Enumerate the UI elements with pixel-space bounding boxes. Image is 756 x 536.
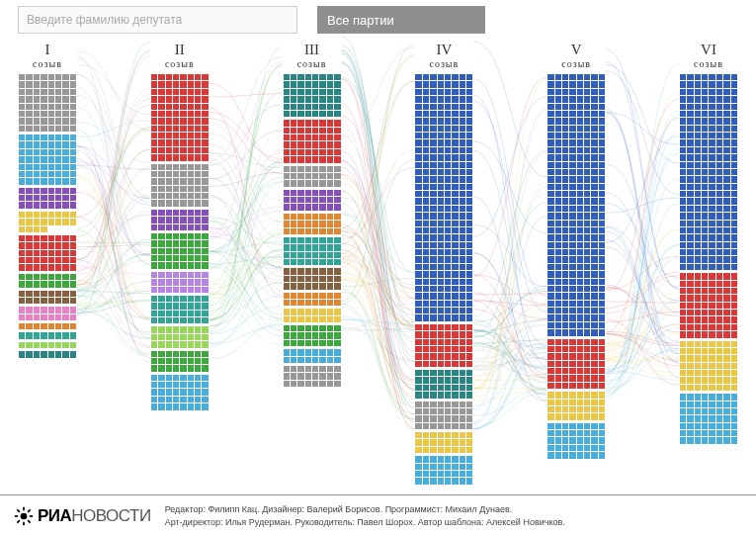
party-block[interactable] xyxy=(414,323,473,368)
party-block[interactable] xyxy=(150,295,210,325)
party-block[interactable] xyxy=(546,422,606,460)
convocation-col: Iсозыв xyxy=(18,42,77,487)
party-block[interactable] xyxy=(150,232,210,270)
logo-light: НОВОСТИ xyxy=(71,506,150,525)
party-block[interactable] xyxy=(679,340,738,393)
party-block[interactable] xyxy=(283,365,342,388)
party-block[interactable] xyxy=(283,119,342,163)
col-roman: I xyxy=(33,42,62,58)
viz-root: Все партии IсозывIIсозывIIIсозывIVсозывV… xyxy=(0,0,756,536)
party-block[interactable] xyxy=(414,73,473,322)
ria-logo: РИАНОВОСТИ xyxy=(14,506,151,526)
toolbar: Все партии xyxy=(0,0,756,34)
party-filter-button[interactable]: Все партии xyxy=(317,6,485,34)
party-block[interactable] xyxy=(18,341,77,349)
search-input[interactable] xyxy=(18,6,297,34)
col-roman: V xyxy=(561,42,591,58)
party-block[interactable] xyxy=(283,324,342,347)
svg-line-7 xyxy=(17,520,20,523)
party-block[interactable] xyxy=(18,306,77,321)
col-label: созыв xyxy=(297,58,327,69)
convocation-col: Vсозыв xyxy=(546,42,606,487)
party-stack[interactable] xyxy=(414,73,473,486)
convocation-columns: IсозывIIсозывIIIсозывIVсозывVсозывVIсозы… xyxy=(0,42,756,487)
party-block[interactable] xyxy=(679,272,738,338)
party-block[interactable] xyxy=(150,209,210,231)
credits-line1: Редактор: Филипп Кац. Дизайнер: Валерий … xyxy=(165,503,565,515)
convocation-col: IIсозыв xyxy=(150,42,210,487)
svg-line-6 xyxy=(28,520,30,523)
col-label: созыв xyxy=(165,58,195,69)
party-block[interactable] xyxy=(283,267,342,290)
party-block[interactable] xyxy=(283,213,342,235)
party-block[interactable] xyxy=(283,292,342,308)
party-block[interactable] xyxy=(414,369,473,400)
svg-line-5 xyxy=(17,509,20,512)
party-block[interactable] xyxy=(18,187,77,210)
party-block[interactable] xyxy=(283,73,342,118)
party-block[interactable] xyxy=(283,189,342,212)
col-roman: IV xyxy=(429,42,459,58)
party-block[interactable] xyxy=(150,374,210,411)
logo-bold: РИА xyxy=(38,506,71,525)
svg-point-0 xyxy=(21,512,28,519)
svg-line-8 xyxy=(28,509,30,512)
party-block[interactable] xyxy=(18,322,77,330)
convocation-col: IIIсозыв xyxy=(283,42,342,487)
party-block[interactable] xyxy=(18,234,77,272)
col-roman: II xyxy=(165,42,195,58)
credits-line2: Арт-директор: Илья Рудерман. Руководител… xyxy=(165,516,565,528)
credits: Редактор: Филипп Кац. Дизайнер: Валерий … xyxy=(165,503,565,527)
convocation-col: IVсозыв xyxy=(414,42,473,487)
party-block[interactable] xyxy=(150,163,210,208)
party-stack[interactable] xyxy=(18,73,77,359)
party-block[interactable] xyxy=(414,455,473,486)
party-block[interactable] xyxy=(679,393,738,445)
convocation-col: VIсозыв xyxy=(679,42,738,487)
sun-icon xyxy=(14,506,34,526)
col-label: созыв xyxy=(561,58,591,69)
party-block[interactable] xyxy=(283,308,342,323)
party-block[interactable] xyxy=(150,271,210,294)
party-block[interactable] xyxy=(150,73,210,162)
party-block[interactable] xyxy=(18,211,77,233)
party-stack[interactable] xyxy=(150,73,210,411)
col-label: созыв xyxy=(694,58,723,69)
party-block[interactable] xyxy=(679,73,738,271)
party-block[interactable] xyxy=(18,290,77,306)
party-block[interactable] xyxy=(150,350,210,373)
party-block[interactable] xyxy=(150,325,210,348)
party-block[interactable] xyxy=(18,273,77,289)
party-stack[interactable] xyxy=(679,73,738,445)
col-roman: III xyxy=(297,42,327,58)
party-block[interactable] xyxy=(546,391,606,421)
party-block[interactable] xyxy=(283,348,342,364)
col-label: созыв xyxy=(33,58,62,69)
party-block[interactable] xyxy=(18,331,77,339)
party-block[interactable] xyxy=(283,236,342,267)
party-block[interactable] xyxy=(18,73,77,133)
col-label: созыв xyxy=(429,58,459,69)
party-block[interactable] xyxy=(546,73,606,337)
party-block[interactable] xyxy=(283,165,342,188)
party-block[interactable] xyxy=(18,134,77,186)
party-block[interactable] xyxy=(546,338,606,391)
party-stack[interactable] xyxy=(546,73,606,460)
party-block[interactable] xyxy=(414,401,473,431)
party-block[interactable] xyxy=(414,431,473,454)
party-stack[interactable] xyxy=(283,73,342,388)
footer: РИАНОВОСТИ Редактор: Филипп Кац. Дизайне… xyxy=(0,494,756,536)
party-block[interactable] xyxy=(18,350,77,358)
col-roman: VI xyxy=(694,42,723,58)
